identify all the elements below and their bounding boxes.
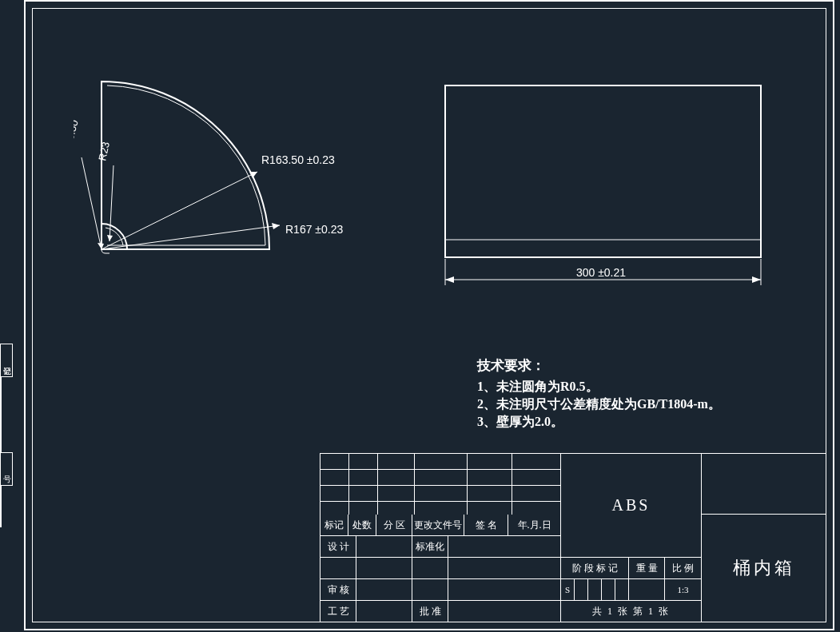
tb-header: 签 名 xyxy=(464,515,508,535)
tb-review: 审 核 xyxy=(320,579,356,600)
svg-rect-8 xyxy=(445,85,761,257)
dim-r163: R163.50 ±0.23 xyxy=(261,153,335,166)
tb-scale: 比 例 xyxy=(665,558,701,578)
tech-req-line: 3、壁厚为2.0。 xyxy=(477,413,721,431)
svg-line-4 xyxy=(102,172,257,249)
dim-width: 300 ±0.21 xyxy=(576,266,626,279)
tb-scale-val: 1:3 xyxy=(665,579,701,600)
title-block: 标记 处数 分 区 更改文件号 签 名 年.月.日 设 计 标准化 xyxy=(320,453,826,622)
tb-design: 设 计 xyxy=(320,536,356,557)
tb-weight: 重 量 xyxy=(629,558,665,578)
svg-marker-14 xyxy=(752,276,761,283)
svg-marker-3 xyxy=(107,235,113,241)
material: ABS xyxy=(561,454,701,558)
side-cell xyxy=(0,377,2,411)
tb-header: 分 区 xyxy=(376,515,412,535)
part-name: 桶内箱 xyxy=(702,515,826,622)
tb-header: 标记 xyxy=(320,515,348,535)
tb-stage-val: S xyxy=(561,579,575,600)
svg-marker-13 xyxy=(445,276,454,283)
side-revision-panel: 登记 号 xyxy=(0,344,22,583)
side-cell: 登记 xyxy=(0,344,13,377)
tb-process: 工 艺 xyxy=(320,601,356,622)
tb-header: 更改文件号 xyxy=(412,515,464,535)
tb-stage-mark: 阶 段 标 记 xyxy=(561,558,629,578)
tech-requirements: 技术要求： 1、未注圆角为R0.5。 2、未注明尺寸公差精度处为GB/T1804… xyxy=(477,357,721,431)
tb-header: 处数 xyxy=(348,515,376,535)
svg-line-0 xyxy=(82,157,102,249)
tb-approve: 批 准 xyxy=(412,601,448,622)
tech-req-line: 2、未注明尺寸公差精度处为GB/T1804-m。 xyxy=(477,395,721,413)
fan-view: R26.50 R23 R163.50 ±0.23 R167 ±0.23 xyxy=(74,78,353,277)
dim-r167: R167 ±0.23 xyxy=(285,223,344,236)
tech-req-line: 1、未注圆角为R0.5。 xyxy=(477,378,721,395)
tb-stdize: 标准化 xyxy=(412,536,448,557)
svg-marker-7 xyxy=(272,223,280,229)
dim-r26: R26.50 xyxy=(74,118,81,153)
tb-sheet: 共 1 张 第 1 张 xyxy=(561,601,701,622)
rect-view: 300 ±0.21 xyxy=(441,81,777,305)
side-cell xyxy=(0,411,2,452)
side-cell xyxy=(0,486,2,527)
drawing-frame: R26.50 R23 R163.50 ±0.23 R167 ±0.23 300 … xyxy=(24,0,834,630)
tb-header: 年.月.日 xyxy=(508,515,560,535)
side-cell: 号 xyxy=(0,452,13,486)
dim-r23: R23 xyxy=(96,141,112,161)
tech-req-title: 技术要求： xyxy=(477,357,721,375)
